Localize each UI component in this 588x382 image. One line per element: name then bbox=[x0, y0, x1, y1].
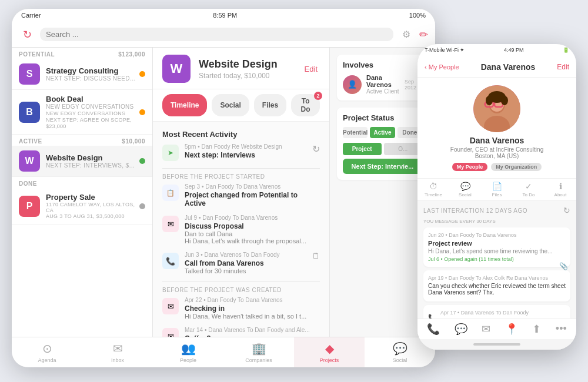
review-title: Project review bbox=[428, 240, 566, 247]
bottom-tab-agenda[interactable]: ⊙ Agenda bbox=[12, 337, 82, 367]
iphone-bottom-actions: 📞 💬 ✉ 📍 ⬆ ••• bbox=[417, 319, 576, 339]
refresh-activity-icon[interactable]: ↻ bbox=[312, 143, 320, 155]
review-note: Jul 6 • Opened again (11 times total) bbox=[428, 256, 566, 262]
iphone-edit-button[interactable]: Edit bbox=[557, 63, 569, 71]
section-active-label: ACTIVE bbox=[19, 138, 42, 145]
bottom-tab-companies[interactable]: 🏢 Companies bbox=[223, 337, 294, 367]
iphone-tab-files[interactable]: 📄 Files bbox=[481, 179, 513, 200]
proposal-content: Jul 9 • Dan Foody To Dana Varenos Discus… bbox=[185, 215, 320, 244]
section-done-label: DONE bbox=[19, 180, 37, 187]
agenda-icon: ⊙ bbox=[42, 341, 52, 356]
before-project-started-label: BEFORE THE PROJECT STARTED bbox=[162, 168, 320, 180]
sidebar-item-website[interactable]: W Website Design NEXT STEP: INTERVIEWS, … bbox=[12, 146, 152, 177]
review-body: Hi Dana, Let's spend some time reviewing… bbox=[428, 248, 566, 254]
activity-item-call: 📞 Jun 3 • Dana Varenos To Dan Foody Call… bbox=[162, 252, 320, 274]
project-avatar-icon: W bbox=[162, 55, 191, 83]
checkin-content: Apr 22 • Dan Foody To Dana Varenos Check… bbox=[185, 297, 320, 320]
svg-point-10 bbox=[486, 96, 493, 105]
involves-name: Dana Varenos bbox=[366, 74, 400, 88]
call-meta: Jun 3 • Dana Varenos To Dan Foody bbox=[185, 252, 306, 258]
action-location-icon[interactable]: 📍 bbox=[505, 323, 518, 336]
changed-title: Project changed from Potential to Active bbox=[185, 191, 320, 207]
book-subtitle-next: New Edgy Conversations NEXT STEP: AGREE … bbox=[46, 110, 132, 129]
property-dot bbox=[139, 203, 145, 209]
coffee-meta: Mar 14 • Dana Varenos To Dan Foody and A… bbox=[185, 327, 320, 333]
activity-panel: Most Recent Activity ➤ 5pm • Dan Foody R… bbox=[153, 122, 329, 337]
website-avatar: W bbox=[19, 150, 40, 172]
people-label: People bbox=[180, 357, 196, 363]
status-title: Project Status bbox=[343, 113, 422, 122]
book-subtitle: New Edgy ConversationsNew Edgy Conversat… bbox=[46, 103, 136, 129]
sidebar-item-book[interactable]: B Book Deal New Edgy ConversationsNew Ed… bbox=[12, 90, 152, 135]
bottom-tab-inbox[interactable]: ✉ Inbox bbox=[82, 337, 153, 367]
compose-icon[interactable]: ✏ bbox=[419, 28, 428, 41]
iphone-back-button[interactable]: ‹ My People bbox=[425, 63, 459, 71]
status-project-button[interactable]: Project bbox=[343, 143, 382, 155]
property-title: Property Sale bbox=[46, 193, 136, 202]
iphone-home-indicator[interactable] bbox=[417, 339, 576, 350]
companies-icon: 🏢 bbox=[252, 341, 266, 356]
bottom-tab-projects[interactable]: ◆ Projects bbox=[294, 337, 365, 367]
sidebar-section-done: DONE bbox=[12, 177, 152, 188]
project-edit-button[interactable]: Edit bbox=[305, 65, 320, 73]
property-avatar: P bbox=[19, 196, 40, 217]
iphone-tag-people[interactable]: My People bbox=[452, 163, 488, 171]
iphone-status-bar: T-Mobile Wi-Fi ✦ 4:49 PM 🔋 bbox=[417, 44, 576, 56]
activity-item-checkin: ✉ Apr 22 • Dan Foody To Dana Varenos Che… bbox=[162, 297, 320, 320]
iphone-activity-call: 📞 Apr 17 • Dana Varenos To Dan Foody Cal… bbox=[423, 305, 570, 319]
iphone-tab-todo[interactable]: ✓ To Do bbox=[513, 179, 544, 200]
iphone-battery: 🔋 bbox=[563, 47, 569, 53]
proposal-body: Dan to call DanaHi Dana, Let's walk thro… bbox=[185, 230, 320, 244]
iphone-social-icon: 💬 bbox=[460, 182, 470, 191]
refresh-icon[interactable]: ↻ bbox=[19, 28, 35, 41]
iphone-nav-bar: ‹ My People Dana Varenos Edit bbox=[417, 56, 576, 78]
changed-meta: Sep 3 • Dan Foody To Dana Varenos bbox=[185, 183, 320, 190]
last-interaction-title: Last Interaction 12 Days Ago bbox=[423, 207, 527, 214]
iphone-files-label: Files bbox=[492, 192, 502, 197]
iphone-tag-org[interactable]: My Organization bbox=[491, 163, 542, 171]
strategy-dot bbox=[139, 71, 145, 77]
iphone-about-icon: ℹ bbox=[559, 182, 562, 191]
tab-timeline[interactable]: Timeline bbox=[162, 94, 207, 116]
website-content: Website Design NEXT STEP: INTERVIEWS, $1… bbox=[46, 153, 136, 169]
action-chat-icon[interactable]: 💬 bbox=[455, 323, 467, 336]
projects-icon: ◆ bbox=[325, 341, 334, 356]
status-active[interactable]: Active bbox=[370, 127, 395, 138]
status-potential[interactable]: Potential bbox=[343, 127, 368, 138]
next-step-button[interactable]: Next Step: Intervie... bbox=[343, 159, 422, 174]
iphone: T-Mobile Wi-Fi ✦ 4:49 PM 🔋 ‹ My People D… bbox=[417, 44, 576, 350]
interaction-frequency: YOU MESSAGE EVERY 30 DAYS bbox=[423, 219, 570, 224]
search-input[interactable] bbox=[40, 28, 393, 41]
call-icon: 📞 bbox=[162, 253, 179, 269]
carrier-label: Carrier bbox=[21, 12, 41, 19]
activity-item-changed: 📋 Sep 3 • Dan Foody To Dana Varenos Proj… bbox=[162, 183, 320, 207]
sidebar-item-strategy[interactable]: S Strategy Consulting NEXT STEP: DISCUSS… bbox=[12, 59, 152, 90]
iphone-tab-social[interactable]: 💬 Social bbox=[449, 179, 481, 200]
tab-social[interactable]: Social bbox=[212, 94, 249, 116]
battery-label: 100% bbox=[409, 12, 426, 19]
iphone-todo-icon: ✓ bbox=[525, 182, 532, 191]
iphone-timeline-icon: ⏱ bbox=[429, 182, 437, 191]
changed-icon: 📋 bbox=[162, 185, 179, 201]
filter-icon[interactable]: ⚙ bbox=[398, 29, 415, 40]
bottom-tab-people[interactable]: 👥 People bbox=[153, 337, 223, 367]
people-icon: 👥 bbox=[181, 341, 196, 356]
action-call-icon[interactable]: 📞 bbox=[427, 323, 440, 336]
strategy-subtitle: NEXT STEP: DISCUSS NEEDS, $100,000 bbox=[46, 75, 136, 82]
action-share-icon[interactable]: ⬆ bbox=[532, 323, 541, 336]
tab-todo[interactable]: To Do2 bbox=[291, 94, 320, 116]
iphone-files-icon: 📄 bbox=[492, 182, 502, 191]
action-mail-icon[interactable]: ✉ bbox=[482, 323, 490, 336]
book-dot bbox=[139, 109, 145, 115]
action-more-icon[interactable]: ••• bbox=[556, 323, 567, 336]
iphone-tab-about[interactable]: ℹ About bbox=[544, 179, 576, 200]
projects-label: Projects bbox=[320, 357, 339, 363]
involves-person: 👤 Dana Varenos Active Client Sep 2012 bbox=[343, 74, 422, 95]
iphone-tab-timeline[interactable]: ⏱ Timeline bbox=[417, 179, 449, 200]
tab-files[interactable]: Files bbox=[254, 94, 286, 116]
iphone-profile-subtitle: Founder, CEO at IncFire ConsultingBoston… bbox=[450, 146, 543, 159]
sidebar-item-property[interactable]: P Property Sale 1170 Camelot Way, Los Al… bbox=[12, 188, 152, 224]
status-other[interactable]: O... bbox=[384, 143, 423, 155]
iphone-refresh-icon[interactable]: ↻ bbox=[563, 206, 570, 215]
iphone-profile-tags: My People My Organization bbox=[452, 163, 542, 171]
